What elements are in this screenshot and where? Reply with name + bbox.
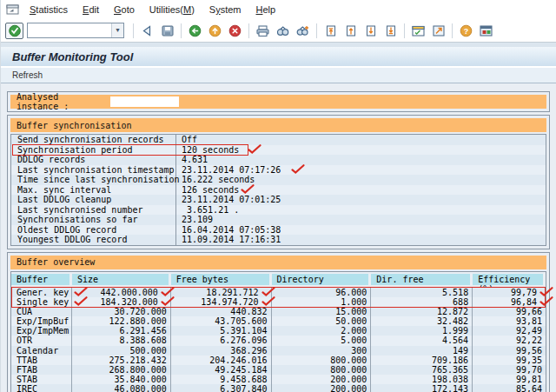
annotation-check-icon — [291, 164, 305, 174]
enter-button[interactable] — [5, 23, 23, 39]
table-row: Gener. key442.000.00018.291.71296.0005.5… — [11, 288, 546, 297]
system-menu-icon[interactable] — [6, 4, 19, 15]
sync-row-label: Last DDLOG cleanup — [11, 195, 176, 205]
help-icon[interactable]: ? — [457, 23, 475, 39]
annotation-check-icon — [161, 296, 175, 306]
buffer-name-cell: CUA — [11, 307, 72, 316]
buffer-name-cell: STAB — [11, 375, 72, 384]
sync-row-value: 16.222 seconds — [176, 175, 546, 185]
last-page-icon[interactable] — [381, 23, 400, 39]
annotation-check-icon — [248, 144, 261, 154]
value-cell: 765.365 — [371, 365, 473, 375]
application-toolbar: Refresh — [1, 68, 556, 83]
sync-row-value: 3.651.21 . — [176, 205, 546, 216]
column-header: Buffer — [11, 274, 70, 285]
column-header: Size — [72, 274, 169, 285]
value-cell: 500.000 — [72, 346, 171, 355]
sync-row: Send synchronisation recordsOff — [11, 135, 546, 145]
save-icon[interactable] — [158, 23, 176, 39]
sync-row: Last synchronised number 3.651.21 . — [11, 205, 546, 216]
value-cell: 2.000 — [272, 326, 372, 336]
sync-row-label: Synchronisation period — [11, 145, 176, 156]
exit-icon[interactable] — [206, 23, 224, 39]
page-up-icon[interactable] — [341, 23, 360, 39]
value-cell: 200.000 — [272, 375, 372, 384]
value-cell: 99,35 — [473, 355, 546, 365]
section-title-overview: Buffer overview — [17, 257, 95, 267]
instance-value-field[interactable] — [110, 96, 179, 107]
menu-system[interactable]: System — [209, 4, 242, 15]
value-cell: 12.872 — [371, 307, 473, 316]
sync-row: Max. sync interval126 seconds — [11, 185, 546, 196]
table-row: Single key184.320.000134.974.7201.000688… — [11, 297, 546, 307]
buffer-overview-header: Buffer overview — [10, 256, 546, 269]
sync-row-label: Synchronisations so far — [11, 215, 176, 225]
value-cell: 800.000 — [272, 365, 372, 375]
sync-row: Youngest DDLOG record11.09.2014 17:16:31 — [11, 235, 546, 245]
column-header: Dir. free — [371, 274, 470, 285]
buffer-name-cell: OTR — [11, 336, 72, 345]
sync-row-value: 11.09.2014 17:16:31 — [176, 235, 546, 245]
value-cell: 688 — [371, 297, 473, 307]
back-icon[interactable] — [186, 23, 204, 39]
value-cell: 1.999 — [371, 326, 473, 336]
table-row: STAB35.840.0009.458.688200.000198.03899,… — [11, 375, 546, 384]
sync-row-label: Last synchronised number — [11, 205, 176, 216]
value-cell: 149 — [371, 346, 473, 355]
value-cell: 6.291.456 — [72, 326, 171, 336]
customize-layout-icon[interactable] — [477, 23, 495, 39]
value-cell: 268.800.000 — [72, 365, 171, 375]
buffer-name-cell: Single key — [11, 297, 72, 307]
column-header: Efficiency (%) — [473, 274, 543, 285]
toolbar-separator — [181, 23, 182, 38]
value-cell: 6.276.096 — [171, 336, 272, 345]
refresh-button[interactable]: Refresh — [12, 70, 43, 80]
value-cell: 99,56 — [473, 346, 546, 355]
value-cell: 96.000 — [272, 288, 372, 297]
buffer-name-cell: Gener. key — [11, 288, 72, 297]
title-bar: Buffer Monitoring Tool — [1, 47, 556, 68]
menu-goto[interactable]: Goto — [114, 4, 135, 15]
menu-help[interactable]: Help — [256, 4, 276, 15]
cancel-icon[interactable] — [226, 23, 244, 39]
print-icon[interactable] — [254, 23, 272, 39]
table-row: TTAB275.218.432204.246.016800.000709.186… — [11, 355, 546, 365]
buffer-name-cell: Exp/ImpBuf — [11, 316, 72, 326]
value-cell: 35.840.000 — [72, 375, 171, 384]
find-next-icon[interactable] — [294, 23, 312, 39]
sync-row-value: 23.11.2014 07:17:26 — [176, 165, 546, 176]
value-cell: 93,81 — [473, 316, 546, 326]
value-cell: 200.000 — [272, 384, 372, 392]
value-cell: 32.482 — [371, 316, 473, 326]
value-cell: 275.218.432 — [72, 355, 171, 365]
annotation-check-icon — [261, 287, 275, 296]
annotation-check-icon — [241, 184, 255, 194]
toolbar-separator — [133, 23, 134, 38]
buffer-sync-header: Buffer synchronisation — [10, 118, 546, 132]
sync-row: Last synchronisation timestamp23.11.2014… — [11, 165, 546, 176]
sync-row-value: 16.04.2014 07:05:38 — [176, 225, 546, 236]
dropdown-arrow-icon[interactable]: ▼ — [111, 23, 123, 37]
instance-label: Analysed instance : — [17, 92, 103, 111]
table-row: Exp/ImpBuf122.880.00043.705.60050.00032.… — [11, 316, 546, 326]
find-icon[interactable] — [274, 23, 292, 39]
annotation-check-icon — [539, 287, 553, 296]
toolbar-separator — [316, 23, 317, 38]
command-input[interactable] — [28, 24, 111, 37]
page-down-icon[interactable] — [361, 23, 380, 39]
buffer-name-cell: FTAB — [11, 365, 72, 375]
sync-row-label: Send synchronisation records — [11, 135, 176, 145]
triangle-left-icon[interactable] — [138, 23, 156, 39]
create-shortcut-icon[interactable] — [429, 23, 447, 39]
sync-row-label: Oldest DDLOG record — [11, 225, 176, 236]
new-session-icon[interactable] — [409, 23, 427, 39]
menu-statistics[interactable]: Statistics — [30, 4, 68, 15]
menu-edit[interactable]: Edit — [83, 4, 99, 15]
table-row: Calendar500.000368.29630014999,56 — [11, 346, 546, 355]
sync-row: Synchronisations so far23.109 — [11, 215, 546, 225]
column-header: Free bytes — [171, 274, 269, 285]
menu-utilitiesm[interactable]: Utilities(M) — [149, 4, 195, 15]
sync-row-value: 4.631 — [176, 155, 546, 165]
first-page-icon[interactable] — [321, 23, 340, 39]
sap-window: StatisticsEditGotoUtilities(M)SystemHelp… — [0, 0, 556, 392]
